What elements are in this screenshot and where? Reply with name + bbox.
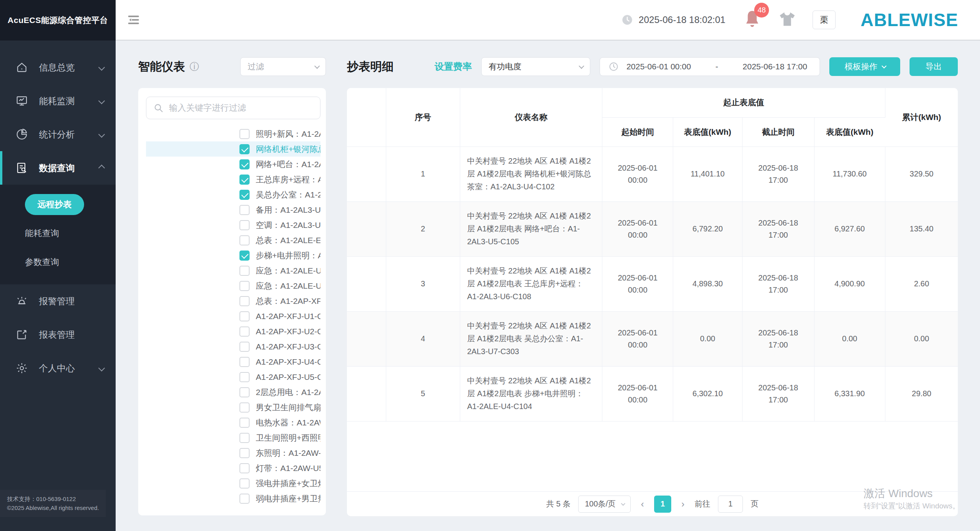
sidebar-item-alarm-management[interactable]: 报警管理 [0, 284, 116, 318]
checkbox-icon[interactable] [239, 144, 250, 154]
sidebar-item-info-overview[interactable]: 信息总览 [0, 51, 116, 84]
checkbox-icon[interactable] [239, 129, 250, 139]
date-start-value[interactable]: 2025-06-01 00:00 [623, 62, 695, 71]
sidebar-item-energy-query[interactable]: 能耗查询 [0, 219, 116, 248]
checkbox-icon[interactable] [239, 190, 250, 200]
meter-list-item[interactable]: 弱电井插座+男卫热水 [146, 491, 320, 506]
row-start-value-cell: 6,792.20 [673, 201, 742, 256]
meter-list-item[interactable]: 备用：A1-2AL3-U8-C [146, 202, 320, 217]
meter-list-item[interactable]: 王总库房+远程：A1-2 [146, 172, 320, 187]
meter-label: 应急：A1-2ALE-U6-C [256, 280, 320, 291]
meter-list-item[interactable]: A1-2AP-XFJ-U5-C109 [146, 369, 320, 385]
checkbox-icon[interactable] [239, 342, 250, 352]
sidebar-item-data-query[interactable]: 数据查询 [0, 151, 116, 185]
checkbox-icon[interactable] [239, 296, 250, 306]
set-rate-link[interactable]: 设置费率 [435, 60, 472, 73]
sidebar-item-label: 统计分析 [39, 129, 75, 141]
checkbox-icon[interactable] [239, 433, 250, 443]
meter-list-item[interactable]: 灯带：A1-2AW-U5-C1 [146, 460, 320, 476]
theme-button[interactable] [778, 11, 796, 29]
sidebar-item-label: 信息总览 [39, 62, 75, 74]
date-range-picker[interactable]: 2025-06-01 00:00 - 2025-06-18 17:00 [600, 57, 820, 76]
next-page-button[interactable]: › [679, 499, 687, 510]
checkbox-icon[interactable] [239, 159, 250, 169]
checkbox-icon[interactable] [239, 175, 250, 185]
row-empty-cell [347, 146, 386, 201]
shirt-icon [778, 11, 796, 28]
user-avatar[interactable]: 栗 [813, 11, 836, 29]
row-end-value-cell: 6,927.60 [814, 201, 885, 256]
sidebar-item-parameter-query[interactable]: 参数查询 [0, 248, 116, 277]
meter-list-item[interactable]: 吴总办公室：A1-2AL3 [146, 187, 320, 202]
checkbox-icon[interactable] [239, 418, 250, 428]
filter-select[interactable]: 过滤 [240, 57, 326, 76]
page-size-select[interactable]: 100条/页 [578, 496, 631, 513]
checkbox-icon[interactable] [239, 266, 250, 276]
sidebar-item-label: 报表管理 [39, 329, 75, 341]
meter-list-item[interactable]: 东照明：A1-2AW-U4- [146, 445, 320, 460]
meter-list-item[interactable]: 应急：A1-2ALE-U6-C [146, 278, 320, 293]
checkbox-icon[interactable] [239, 372, 250, 382]
page-content: 智能仪表 ⓘ 过滤 照明+新风：A1-2AL3-网络机柜+银河陈总茶网络+吧台：… [116, 41, 980, 531]
notifications-button[interactable]: 48 [743, 9, 761, 31]
sidebar-item-report-management[interactable]: 报表管理 [0, 318, 116, 351]
info-icon[interactable]: ⓘ [190, 60, 199, 73]
checkbox-icon[interactable] [239, 205, 250, 215]
chevron-down-icon [99, 131, 105, 138]
meter-label: A1-2AP-XFJ-U1-C301 [256, 312, 320, 321]
checkbox-icon[interactable] [239, 463, 250, 473]
header-total: 累计(kWh) [885, 88, 958, 146]
search-input[interactable] [169, 103, 313, 113]
current-page-button[interactable]: 1 [654, 496, 671, 513]
meter-list-item[interactable]: A1-2AP-XFJ-U1-C301 [146, 309, 320, 324]
meter-list-item[interactable]: 2层总用电：A1-2AW- [146, 385, 320, 400]
meter-list-item[interactable]: 总表：A1-2ALE-Eps [146, 233, 320, 248]
checkbox-icon[interactable] [239, 220, 250, 230]
meter-list-item[interactable]: 空调：A1-2AL3-U9-C [146, 217, 320, 233]
goto-page-input[interactable] [718, 496, 743, 513]
checkbox-icon[interactable] [239, 311, 250, 321]
chevron-up-icon [99, 165, 105, 171]
meter-tree-list: 照明+新风：A1-2AL3-网络机柜+银河陈总茶网络+吧台：A1-2AL3-王总… [146, 126, 320, 511]
sidebar-item-remote-reading[interactable]: 远程抄表 [0, 190, 116, 219]
checkbox-icon[interactable] [239, 494, 250, 504]
date-end-value[interactable]: 2025-06-18 17:00 [739, 62, 811, 71]
sidebar-item-statistics[interactable]: 统计分析 [0, 118, 116, 151]
prev-page-button[interactable]: ‹ [639, 499, 646, 510]
checkbox-icon[interactable] [239, 448, 250, 458]
sidebar-item-energy-monitor[interactable]: 能耗监测 [0, 84, 116, 118]
meter-list-item[interactable]: 电热水器：A1-2AW-U [146, 415, 320, 430]
meter-list-item[interactable]: A1-2AP-XFJ-U4-C106 [146, 354, 320, 369]
meter-list-item[interactable]: 应急：A1-2ALE-U5-C [146, 263, 320, 278]
meter-list-item[interactable]: 总表：A1-2AP-XFJ-E [146, 293, 320, 309]
meter-list-item[interactable]: 强电井插座+女卫烘手 [146, 476, 320, 491]
header-seq: 序号 [386, 88, 460, 146]
sidebar-item-label: 数据查询 [39, 162, 75, 174]
sidebar-item-personal-center[interactable]: 个人中心 [0, 351, 116, 385]
checkbox-icon[interactable] [239, 357, 250, 367]
checkbox-icon[interactable] [239, 326, 250, 337]
row-start-value-cell: 6,302.10 [673, 366, 742, 421]
checkbox-icon[interactable] [239, 251, 250, 261]
template-actions-button[interactable]: 模板操作 [829, 57, 900, 76]
checkbox-icon[interactable] [239, 387, 250, 397]
brand-logo: ABLEWISE [860, 9, 958, 30]
export-button[interactable]: 导出 [910, 57, 958, 76]
meter-list-item[interactable]: 步梯+电井照明：A1-2 [146, 248, 320, 263]
meter-list-item[interactable]: 照明+新风：A1-2AL3- [146, 126, 320, 141]
checkbox-icon[interactable] [239, 478, 250, 489]
smart-meter-header: 智能仪表 ⓘ 过滤 [138, 57, 326, 76]
meter-list-item[interactable]: 网络+吧台：A1-2AL3- [146, 157, 320, 172]
sidebar-collapse-icon[interactable] [125, 11, 142, 28]
metric-select[interactable]: 有功电度 [481, 57, 590, 76]
meter-list-item[interactable]: A1-2AP-XFJ-U3-C103 [146, 339, 320, 354]
meter-list-item[interactable]: 男女卫生间排气扇：A [146, 400, 320, 415]
meter-list-item[interactable]: 网络机柜+银河陈总茶 [146, 141, 320, 157]
meter-list-panel: 照明+新风：A1-2AL3-网络机柜+银河陈总茶网络+吧台：A1-2AL3-王总… [138, 88, 326, 515]
checkbox-icon[interactable] [239, 281, 250, 291]
meter-list-item[interactable]: 卫生间照明+西照明： [146, 430, 320, 445]
meter-list-item[interactable]: A1-2AP-XFJ-U2-C302 [146, 324, 320, 339]
checkbox-icon[interactable] [239, 235, 250, 245]
clock-icon [609, 62, 619, 72]
checkbox-icon[interactable] [239, 402, 250, 413]
